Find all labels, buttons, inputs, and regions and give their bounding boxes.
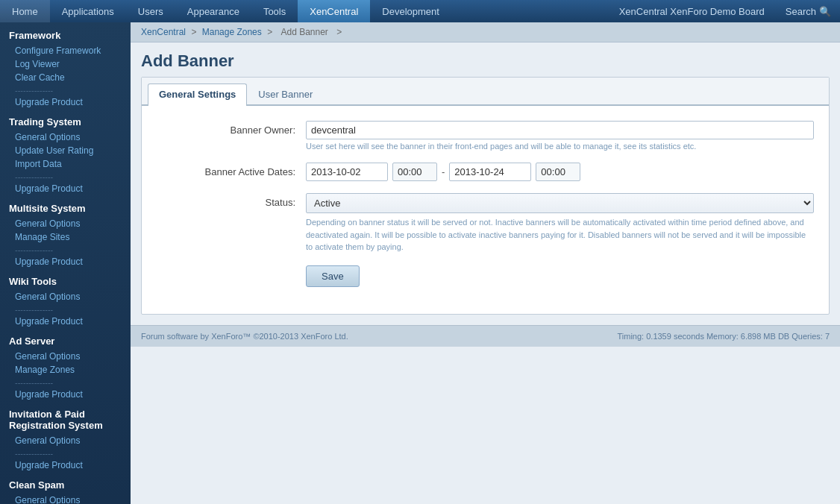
- banner-dates-row: Banner Active Dates: -: [157, 163, 814, 181]
- sidebar-sep-3: --------------: [0, 244, 62, 256]
- nav-applications[interactable]: Applications: [50, 0, 126, 22]
- time-end-input[interactable]: [536, 163, 580, 181]
- sidebar-sep-1: --------------: [0, 84, 62, 96]
- date-row: -: [306, 163, 814, 181]
- banner-owner-label: Banner Owner:: [157, 121, 306, 136]
- status-label: Status:: [157, 193, 306, 208]
- date-end-input[interactable]: [449, 163, 531, 181]
- status-hint: Depending on banner status it will be se…: [306, 216, 814, 253]
- sidebar-item-adserver-options[interactable]: General Options: [0, 350, 131, 363]
- tab-general-settings[interactable]: General Settings: [148, 84, 247, 106]
- tabs-bar: General Settings User Banner: [142, 78, 829, 106]
- page-layout: Framework Configure Framework Log Viewer…: [0, 22, 840, 504]
- sidebar-item-cleanspam-options[interactable]: General Options: [0, 494, 131, 504]
- page-title: Add Banner: [131, 42, 840, 77]
- nav-home[interactable]: Home: [0, 0, 50, 22]
- form-area: Banner Owner: User set here will see the…: [142, 106, 829, 314]
- sidebar-item-import-data[interactable]: Import Data: [0, 157, 131, 171]
- sidebar-item-upgrade-trading[interactable]: Upgrade Product: [0, 182, 131, 195]
- save-button[interactable]: Save: [306, 265, 360, 287]
- banner-owner-input[interactable]: [306, 121, 814, 139]
- nav-xencentral[interactable]: XenCentral: [298, 0, 370, 22]
- page-footer: Forum software by XenForo™ ©2010-2013 Xe…: [131, 325, 840, 347]
- sidebar-section-cleanspam: Clean Spam: [0, 472, 131, 494]
- sidebar-section-multisite: Multisite System: [0, 195, 131, 217]
- sidebar-item-configure-framework[interactable]: Configure Framework: [0, 44, 131, 57]
- footer-left: Forum software by XenForo™ ©2010-2013 Xe…: [141, 332, 348, 341]
- breadcrumb-add-banner: Add Banner: [280, 27, 327, 37]
- sidebar-section-adserver: Ad Server: [0, 328, 131, 350]
- nav-tools[interactable]: Tools: [251, 0, 298, 22]
- sidebar-section-invitation: Invitation & Paid Registration System: [0, 401, 131, 434]
- sidebar-sep-4: --------------: [0, 303, 62, 315]
- sidebar-item-trading-options[interactable]: General Options: [0, 130, 131, 144]
- sidebar-sep-6: --------------: [0, 447, 62, 459]
- breadcrumb-manage-zones[interactable]: Manage Zones: [202, 27, 262, 37]
- nav-appearance[interactable]: Appearance: [175, 0, 251, 22]
- status-row: Status: Active Inactive Disabled Dependi…: [157, 193, 814, 253]
- sidebar: Framework Configure Framework Log Viewer…: [0, 22, 131, 504]
- sidebar-item-multisite-options[interactable]: General Options: [0, 217, 131, 230]
- tab-user-banner[interactable]: User Banner: [247, 84, 324, 104]
- banner-owner-hint: User set here will see the banner in the…: [306, 142, 814, 151]
- sidebar-item-upgrade-wiki[interactable]: Upgrade Product: [0, 315, 131, 328]
- sidebar-item-log-viewer[interactable]: Log Viewer: [0, 57, 131, 71]
- time-start-input[interactable]: [392, 163, 437, 181]
- status-control: Active Inactive Disabled Depending on ba…: [306, 193, 814, 253]
- sidebar-section-trading: Trading System: [0, 109, 131, 130]
- status-select[interactable]: Active Inactive Disabled: [306, 193, 814, 213]
- banner-owner-row: Banner Owner: User set here will see the…: [157, 121, 814, 151]
- sidebar-item-clear-cache[interactable]: Clear Cache: [0, 71, 131, 84]
- sidebar-section-wiki: Wiki Tools: [0, 268, 131, 290]
- date-separator: -: [442, 166, 445, 177]
- sidebar-item-upgrade-invitation[interactable]: Upgrade Product: [0, 459, 131, 472]
- breadcrumb-xencentral[interactable]: XenCentral: [141, 27, 186, 37]
- sidebar-item-upgrade-multisite[interactable]: Upgrade Product: [0, 255, 131, 268]
- nav-development[interactable]: Development: [370, 0, 451, 22]
- site-name: XenCentral XenForo Demo Board: [607, 6, 777, 17]
- sidebar-item-invitation-options[interactable]: General Options: [0, 434, 131, 447]
- sidebar-item-manage-zones[interactable]: Manage Zones: [0, 363, 131, 377]
- sidebar-sep-5: --------------: [0, 377, 62, 388]
- nav-users[interactable]: Users: [126, 0, 175, 22]
- breadcrumb: XenCentral > Manage Zones > Add Banner >: [131, 22, 840, 42]
- banner-dates-label: Banner Active Dates:: [157, 163, 306, 177]
- sidebar-section-framework: Framework: [0, 22, 131, 44]
- top-navigation: Home Applications Users Appearance Tools…: [0, 0, 840, 22]
- sidebar-item-update-user-rating[interactable]: Update User Rating: [0, 144, 131, 157]
- sidebar-item-upgrade-adserver[interactable]: Upgrade Product: [0, 388, 131, 401]
- content-panel: General Settings User Banner Banner Owne…: [141, 77, 830, 315]
- date-start-input[interactable]: [306, 163, 388, 181]
- sidebar-sep-2: --------------: [0, 171, 62, 183]
- banner-owner-control: User set here will see the banner in the…: [306, 121, 814, 151]
- search-icon: 🔍: [819, 6, 831, 17]
- search-link[interactable]: Search 🔍: [777, 6, 840, 17]
- footer-right: Timing: 0.1359 seconds Memory: 6.898 MB …: [618, 332, 830, 341]
- sidebar-item-manage-sites[interactable]: Manage Sites: [0, 230, 131, 244]
- save-row: Save: [157, 265, 814, 287]
- sidebar-item-wiki-options[interactable]: General Options: [0, 290, 131, 303]
- banner-dates-control: -: [306, 163, 814, 181]
- main-content: XenCentral > Manage Zones > Add Banner >…: [131, 22, 840, 504]
- sidebar-item-upgrade-framework[interactable]: Upgrade Product: [0, 95, 131, 109]
